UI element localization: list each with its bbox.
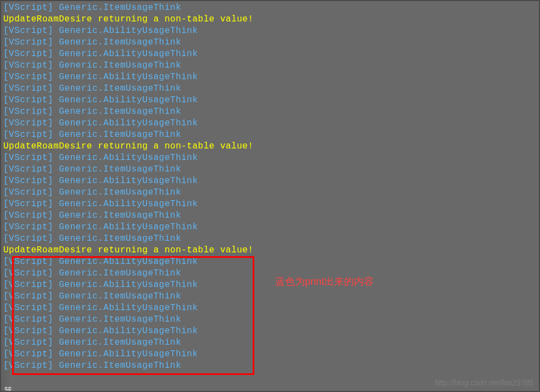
console-line: [VScript] Generic.AbilityUsageThink xyxy=(3,302,537,314)
console-line: [VScript] Generic.ItemUsageThink xyxy=(3,164,537,175)
console-line: [VScript] Generic.ItemUsageThink xyxy=(3,210,537,222)
console-output: [VScript] Generic.ItemUsageThinkUpdateRo… xyxy=(1,1,539,373)
console-line: [VScript] Generic.AbilityUsageThink xyxy=(3,198,537,210)
console-line: UpdateRoamDesire returning a non-table v… xyxy=(3,14,537,25)
console-line: [VScript] Generic.AbilityUsageThink xyxy=(3,152,537,164)
console-line: [VScript] Generic.AbilityUsageThink xyxy=(3,175,537,187)
console-line: [VScript] Generic.ItemUsageThink xyxy=(3,314,537,325)
console-line: UpdateRoamDesire returning a non-table v… xyxy=(3,245,537,256)
console-line: [VScript] Generic.AbilityUsageThink xyxy=(3,256,537,268)
console-line: [VScript] Generic.AbilityUsageThink xyxy=(3,222,537,233)
console-line: [VScript] Generic.AbilityUsageThink xyxy=(3,118,537,129)
console-line: [VScript] Generic.ItemUsageThink xyxy=(3,233,537,245)
console-line: [VScript] Generic.ItemUsageThink xyxy=(3,187,537,198)
console-line: [VScript] Generic.AbilityUsageThink xyxy=(3,325,537,337)
console-line: [VScript] Generic.ItemUsageThink xyxy=(3,37,537,48)
watermark-text: http://blog.csdn.net/hai29785 xyxy=(434,377,533,389)
annotation-text: 蓝色为print出来的内容 xyxy=(275,276,374,288)
console-line: [VScript] Generic.ItemUsageThink xyxy=(3,106,537,118)
console-line: [VScript] Generic.ItemUsageThink xyxy=(3,129,537,141)
console-line: [VScript] Generic.AbilityUsageThink xyxy=(3,71,537,83)
console-line: [VScript] Generic.ItemUsageThink xyxy=(3,291,537,302)
console-line: [VScript] Generic.ItemUsageThink xyxy=(3,2,537,14)
console-line: [VScript] Generic.ItemUsageThink xyxy=(3,83,537,95)
console-line: UpdateRoamDesire returning a non-table v… xyxy=(3,141,537,152)
console-line: [VScript] Generic.AbilityUsageThink xyxy=(3,25,537,37)
console-line: [VScript] Generic.AbilityUsageThink xyxy=(3,95,537,106)
console-line: [VScript] Generic.ItemUsageThink xyxy=(3,360,537,372)
console-line: [VScript] Generic.AbilityUsageThink xyxy=(3,279,537,291)
console-line: [VScript] Generic.AbilityUsageThink xyxy=(3,349,537,360)
console-line: [VScript] Generic.ItemUsageThink xyxy=(3,60,537,71)
console-line: [VScript] Generic.ItemUsageThink xyxy=(3,337,537,349)
console-line: [VScript] Generic.ItemUsageThink xyxy=(3,268,537,279)
console-line: [VScript] Generic.AbilityUsageThink xyxy=(3,48,537,60)
